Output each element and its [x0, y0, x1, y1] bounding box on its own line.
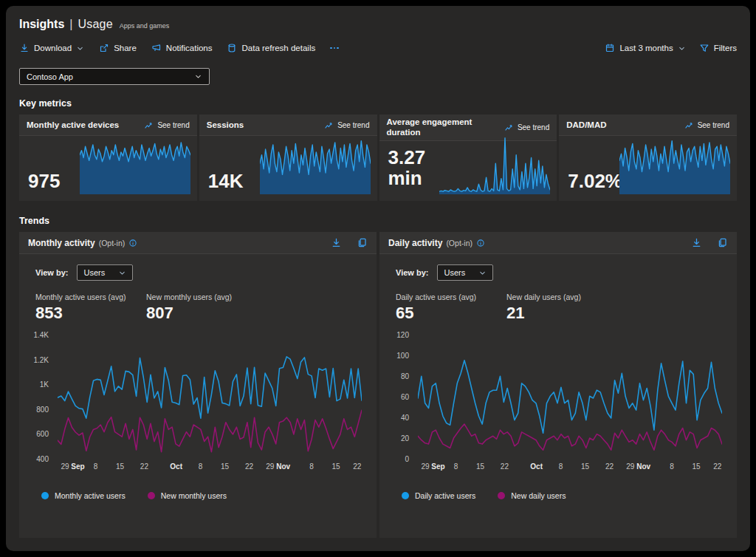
- legend-dot: [498, 492, 505, 499]
- chart-metric: New daily users (avg) 21: [506, 293, 601, 323]
- trends-row: Monthly activity (Opt-in) View by: Users: [19, 232, 737, 538]
- megaphone-icon: [151, 43, 162, 53]
- optin-label: (Opt-in): [446, 239, 472, 247]
- view-by-label: View by:: [35, 268, 68, 277]
- trend-chart-icon: [144, 120, 154, 130]
- copy-chart-button[interactable]: [357, 237, 368, 248]
- app-selector[interactable]: Contoso App: [19, 68, 210, 85]
- chevron-down-icon: [118, 269, 126, 277]
- legend-dot: [402, 492, 409, 499]
- sparkline: [619, 135, 730, 194]
- view-by-dropdown[interactable]: Users: [77, 264, 133, 281]
- filters-button[interactable]: Filters: [699, 43, 737, 53]
- x-axis-labels: 29 Sep81522Oct8152229 Nov81522: [418, 462, 722, 474]
- trends-heading: Trends: [19, 216, 737, 226]
- trend-card-monthly-activity: Monthly activity (Opt-in) View by: Users: [19, 232, 377, 538]
- monthly-activity-chart: 1.4K1.2K1K800600400 29 Sep81522Oct815222…: [35, 335, 365, 474]
- filters-label: Filters: [714, 44, 737, 52]
- time-range-label: Last 3 months: [619, 44, 673, 52]
- see-trend-link[interactable]: See trend: [144, 120, 189, 130]
- metric-card-title: Monthly active devices: [27, 120, 119, 130]
- metric-value: 14K: [208, 171, 244, 192]
- page-title-insights: Insights: [19, 18, 64, 31]
- legend-dot: [148, 492, 155, 499]
- chart-legend: Monthly active users New monthly users: [35, 491, 368, 500]
- legend-item: New monthly users: [148, 491, 227, 500]
- app-selector-value: Contoso App: [27, 72, 73, 81]
- insights-usage-dashboard: Insights | Usage Apps and games Download…: [6, 6, 750, 551]
- key-metrics-heading: Key metrics: [19, 98, 737, 109]
- trend-card-title: Daily activity: [388, 238, 442, 248]
- trend-chart-icon: [504, 123, 514, 132]
- info-icon[interactable]: [476, 239, 485, 247]
- share-button[interactable]: Share: [99, 43, 137, 53]
- legend-item: Daily active users: [402, 491, 475, 500]
- chevron-down-icon: [678, 44, 686, 52]
- copy-chart-button[interactable]: [717, 237, 728, 248]
- see-trend-link[interactable]: See trend: [324, 120, 369, 130]
- download-icon: [19, 43, 30, 53]
- legend-item: New daily users: [498, 491, 566, 500]
- toolbar: Download Share Notifications Data refres…: [19, 43, 737, 53]
- optin-label: (Opt-in): [99, 239, 126, 247]
- chart-plot: [418, 338, 722, 458]
- filter-icon: [699, 43, 709, 53]
- metric-card-sessions: Sessions See trend 14K: [199, 115, 377, 201]
- metric-card-title: Sessions: [207, 120, 244, 130]
- chart-legend: Daily active users New daily users: [396, 491, 728, 500]
- more-button[interactable]: [330, 47, 339, 49]
- see-trend-link[interactable]: See trend: [504, 123, 549, 132]
- view-by-label: View by:: [396, 268, 428, 277]
- view-by-dropdown[interactable]: Users: [437, 264, 493, 281]
- legend-dot: [41, 492, 49, 499]
- notifications-label: Notifications: [166, 44, 213, 52]
- metric-value: 975: [28, 171, 60, 192]
- metric-card-title: DAD/MAD: [566, 120, 606, 130]
- title-divider: |: [69, 18, 72, 31]
- time-range-button[interactable]: Last 3 months: [605, 43, 685, 53]
- trend-card-title: Monthly activity: [28, 238, 95, 248]
- trend-chart-icon: [324, 120, 334, 130]
- page-subtitle: Apps and games: [120, 22, 170, 30]
- sparkline: [260, 135, 371, 194]
- trend-card-daily-activity: Daily activity (Opt-in) View by: Users: [379, 232, 737, 538]
- metric-card-monthly-active-devices: Monthly active devices See trend 975: [19, 115, 197, 201]
- legend-item: Monthly active users: [41, 491, 126, 500]
- download-chart-button[interactable]: [331, 237, 342, 248]
- data-refresh-button[interactable]: Data refresh details: [227, 43, 315, 53]
- metric-value: 3.27min: [388, 147, 426, 189]
- info-icon[interactable]: [128, 239, 137, 247]
- chart-metric: New monthly users (avg) 807: [146, 293, 241, 323]
- chevron-down-icon: [76, 44, 84, 52]
- sparkline: [80, 135, 190, 194]
- download-button[interactable]: Download: [19, 43, 84, 53]
- chevron-down-icon: [194, 72, 202, 81]
- calendar-icon: [605, 43, 615, 53]
- chart-metric: Monthly active users (avg) 853: [35, 293, 130, 323]
- metric-value: 7.02%: [568, 171, 622, 192]
- daily-activity-chart: 120100806040200 29 Sep81522Oct8152229 No…: [396, 335, 725, 474]
- database-icon: [227, 43, 237, 53]
- notifications-button[interactable]: Notifications: [151, 43, 213, 53]
- share-icon: [99, 43, 109, 53]
- y-axis-labels: 1.4K1.2K1K800600400: [27, 335, 55, 459]
- trend-chart-icon: [684, 120, 694, 130]
- y-axis-labels: 120100806040200: [387, 335, 415, 459]
- download-label: Download: [34, 44, 72, 52]
- chart-plot: [58, 338, 362, 458]
- key-metrics-row: Monthly active devices See trend 975 Ses…: [19, 115, 737, 201]
- chart-metric: Daily active users (avg) 65: [396, 293, 490, 323]
- page-title: Insights | Usage Apps and games: [19, 18, 737, 31]
- sparkline: [439, 135, 550, 194]
- page-title-usage: Usage: [78, 18, 113, 31]
- metric-card-dad-mad: DAD/MAD See trend 7.02%: [559, 115, 737, 201]
- download-chart-button[interactable]: [691, 237, 702, 248]
- metric-card-avg-engagement: Average engagement duration See trend 3.…: [379, 115, 557, 201]
- data-refresh-label: Data refresh details: [241, 44, 315, 52]
- share-label: Share: [114, 44, 137, 52]
- see-trend-link[interactable]: See trend: [684, 120, 729, 130]
- chevron-down-icon: [478, 269, 487, 277]
- ellipsis-icon: [330, 47, 339, 49]
- x-axis-labels: 29 Sep81522Oct8152229 Nov81522: [58, 462, 362, 474]
